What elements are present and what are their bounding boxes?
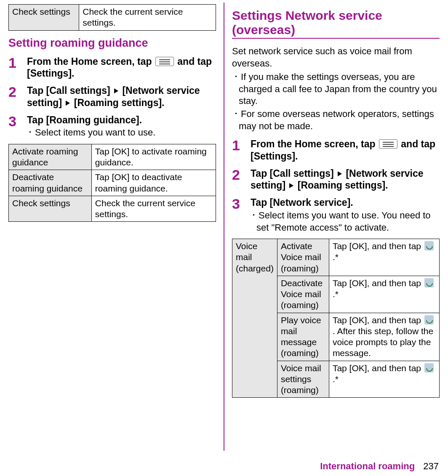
top-table-desc: Check the current service settings. (79, 5, 216, 31)
chevron-right-icon (66, 101, 70, 106)
step-title: Tap [Call settings] [Network service set… (251, 168, 440, 192)
step-title: Tap [Network service]. (251, 197, 440, 209)
ns-desc-post: .* (333, 289, 339, 299)
step-number: 2 (232, 168, 251, 183)
step-body: Tap [Network service]. ･ Select items yo… (251, 197, 440, 234)
phone-icon (424, 315, 434, 324)
right-column: Settings Network service (overseas) Set … (224, 3, 443, 451)
rg-row-desc: Check the current service settings. (91, 196, 216, 222)
ns-desc-pre: Tap [OK], and then tap (333, 363, 424, 373)
ns-desc-post: . After this step, follow the voice prom… (333, 326, 433, 358)
step-body: Tap [Roaming guidance]. ･ Select items y… (27, 114, 216, 139)
step2-part-0: Tap [Call settings] (27, 85, 110, 96)
right-bullet: ･ If you make the settings overseas, you… (232, 71, 440, 107)
right-intro: Set network service such as voice mail f… (232, 45, 440, 69)
ns-row-desc: Tap [OK], and then tap . After this step… (329, 313, 439, 361)
ns-desc-pre: Tap [OK], and then tap (333, 241, 424, 251)
ns-desc-post: .* (333, 374, 339, 384)
step-body: Tap [Call settings] [Network service set… (251, 168, 440, 192)
ns-row-desc: Tap [OK], and then tap .* (329, 276, 439, 313)
roaming-guidance-table: Activate roaming guidance Tap [OK] to ac… (8, 144, 216, 222)
ns-row-desc: Tap [OK], and then tap .* (329, 361, 439, 398)
ns-desc-pre: Tap [OK], and then tap (333, 315, 424, 325)
phone-icon (424, 278, 434, 287)
step-note: ･ Select items you want to use. (27, 127, 216, 139)
ns-row-label: Play voice mail message (roaming) (277, 313, 329, 361)
rg-row-label: Check settings (9, 196, 92, 222)
footer-section: International roaming (320, 461, 415, 471)
step-number: 1 (8, 56, 27, 71)
ns-row-label: Deactivate Voice mail (roaming) (277, 276, 329, 313)
right-step: 3 Tap [Network service]. ･ Select items … (232, 197, 440, 234)
step-number: 1 (232, 138, 251, 153)
step-title: Tap [Call settings] [Network service set… (27, 85, 216, 109)
phone-icon (424, 363, 434, 372)
right-heading: Settings Network service (overseas) (232, 8, 440, 39)
left-column: Check settings Check the current service… (5, 3, 224, 451)
top-mini-table: Check settings Check the current service… (8, 4, 216, 31)
rg-row-label: Deactivate roaming guidance (9, 170, 92, 196)
step-title: From the Home screen, tap and tap [Setti… (251, 138, 440, 162)
page-footer: International roaming 237 (320, 461, 439, 472)
step2-part-2: [Roaming settings]. (74, 97, 165, 108)
left-step: 1 From the Home screen, tap and tap [Set… (8, 56, 216, 80)
ns-desc-pre: Tap [OK], and then tap (333, 278, 424, 288)
step-note: ･ Select items you want to use. You need… (251, 210, 440, 234)
rg-row-desc: Tap [OK] to activate roaming guidance. (91, 144, 216, 170)
rg-row-label: Activate roaming guidance (9, 144, 92, 170)
phone-icon (424, 241, 434, 250)
step-number: 2 (8, 85, 27, 100)
step2-part-2: [Roaming settings]. (298, 180, 388, 191)
step-number: 3 (8, 114, 27, 129)
ns-row-label: Voice mail settings (roaming) (277, 361, 329, 398)
menu-icon (155, 57, 174, 66)
rg-row-desc: Tap [OK] to deactivate roaming guidance. (91, 170, 216, 196)
step-body: From the Home screen, tap and tap [Setti… (251, 138, 440, 162)
ns-row-label: Activate Voice mail (roaming) (277, 239, 329, 276)
ns-desc-post: .* (333, 252, 339, 262)
left-heading: Setting roaming guidance (8, 37, 216, 50)
chevron-right-icon (338, 171, 342, 176)
ns-row-desc: Tap [OK], and then tap .* (329, 239, 439, 276)
step-title-pre: From the Home screen, tap (27, 56, 155, 67)
footer-page-number: 237 (423, 461, 439, 471)
top-table-label: Check settings (9, 5, 79, 31)
step-body: Tap [Call settings] [Network service set… (27, 85, 216, 109)
chevron-right-icon (114, 88, 118, 93)
step-title: From the Home screen, tap and tap [Setti… (27, 56, 216, 80)
chevron-right-icon (289, 183, 293, 188)
step-body: From the Home screen, tap and tap [Setti… (27, 56, 216, 80)
ns-group-label: Voice mail (charged) (232, 239, 277, 398)
menu-icon (379, 139, 397, 149)
network-service-table: Voice mail (charged) Activate Voice mail… (232, 239, 440, 398)
step2-part-0: Tap [Call settings] (251, 168, 334, 179)
step-title-pre: From the Home screen, tap (251, 138, 378, 149)
right-bullet: ･ For some overseas network operators, s… (232, 108, 440, 132)
right-step: 1 From the Home screen, tap and tap [Set… (232, 138, 440, 162)
left-step: 3 Tap [Roaming guidance]. ･ Select items… (8, 114, 216, 139)
step-number: 3 (232, 197, 251, 212)
left-step: 2 Tap [Call settings] [Network service s… (8, 85, 216, 109)
manual-page: Check settings Check the current service… (0, 0, 448, 476)
right-step: 2 Tap [Call settings] [Network service s… (232, 168, 440, 192)
step-title: Tap [Roaming guidance]. (27, 114, 216, 126)
